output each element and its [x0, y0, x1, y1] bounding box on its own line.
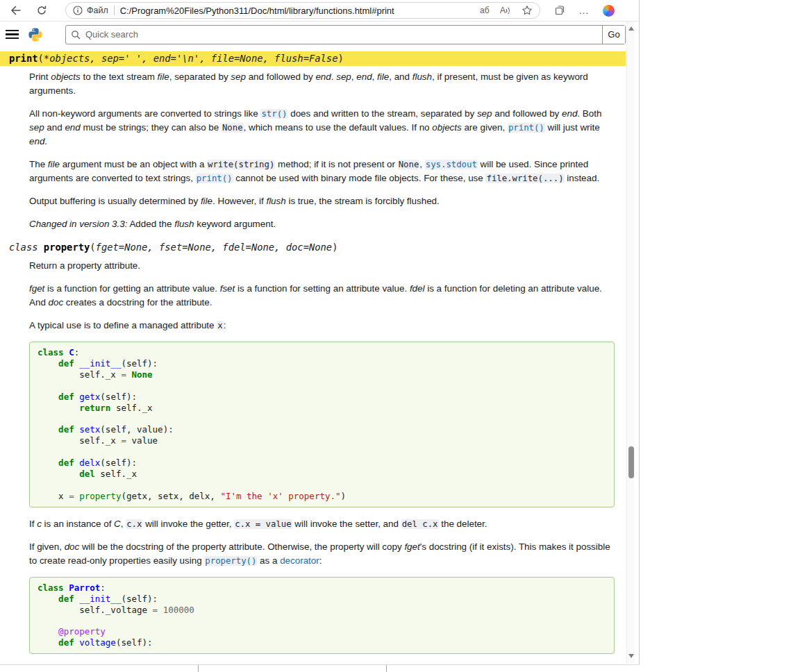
paragraph: If given, doc will be the docstring of t…: [29, 540, 615, 568]
search-input[interactable]: [84, 26, 602, 44]
paragraph: The file argument must be an object with…: [29, 158, 615, 185]
vertical-scrollbar[interactable]: [626, 22, 635, 664]
translate-icon: аб: [480, 6, 490, 15]
paragraph: If c is an instance of C, c.x will invok…: [29, 517, 615, 531]
address-divider: [114, 6, 115, 15]
paragraph: Output buffering is usually determined b…: [29, 194, 615, 208]
url-text[interactable]: C:/Program%20Files/Python311/Doc/html/li…: [120, 6, 474, 16]
link[interactable]: print(): [508, 123, 545, 133]
print-description: Print objects to the text stream file, s…: [29, 70, 615, 231]
paragraph: fget is a function for getting an attrib…: [29, 282, 615, 310]
collections-icon: [554, 5, 565, 16]
docs-topbar: Go: [0, 22, 626, 47]
scrollbar-up-button[interactable]: [627, 24, 635, 33]
menu-button[interactable]: [6, 30, 21, 40]
back-icon: [10, 5, 22, 16]
read-aloud-icon: A: [500, 6, 506, 15]
read-aloud-button[interactable]: A: [500, 6, 511, 15]
docs-page: Go print(*objects, sep=' ', end='\n', fi…: [0, 22, 626, 664]
file-chip-label: Файл: [87, 6, 108, 15]
search-bar: Go: [65, 25, 626, 44]
python-logo-icon[interactable]: [28, 27, 43, 42]
code-example-class-parrot: class Parrot: def __init__(self): self._…: [29, 577, 615, 654]
star-icon: [522, 5, 533, 16]
bottom-tick: [386, 665, 387, 672]
scrollbar-down-button[interactable]: [627, 651, 635, 661]
info-icon[interactable]: [73, 6, 83, 15]
triangle-down-icon: [628, 654, 634, 658]
property-signature: class property(fget=None, fset=None, fde…: [0, 240, 626, 255]
refresh-button[interactable]: [32, 1, 51, 20]
browser-copilot-logo-icon[interactable]: [603, 5, 615, 17]
print-signature: print(*objects, sep=' ', end='\n', file=…: [0, 51, 626, 66]
window-bottom-divider: [0, 664, 640, 672]
translate-button[interactable]: аб: [480, 6, 490, 15]
link[interactable]: property(): [204, 556, 257, 566]
paragraph: Print objects to the text stream file, s…: [29, 70, 615, 98]
browser-chrome: Файл C:/Program%20Files/Python311/Doc/ht…: [0, 0, 640, 22]
collections-button[interactable]: [554, 5, 565, 16]
link[interactable]: print(): [196, 174, 233, 183]
link[interactable]: str(): [260, 109, 288, 119]
go-button[interactable]: Go: [602, 26, 625, 44]
link[interactable]: decorator: [280, 555, 319, 566]
triangle-up-icon: [628, 26, 634, 31]
address-bar[interactable]: Файл C:/Program%20Files/Python311/Doc/ht…: [65, 2, 540, 19]
favorites-star-button[interactable]: [522, 5, 533, 16]
scrollbar-thumb[interactable]: [628, 446, 634, 478]
paragraph: All non-keyword arguments are converted …: [29, 107, 615, 149]
window-right-edge: [639, 0, 640, 665]
hamburger-icon: [6, 30, 19, 32]
functions-definition-list: print(*objects, sep=' ', end='\n', file=…: [0, 51, 626, 654]
code-example-class-c: class C: def __init__(self): self._x = N…: [29, 342, 615, 507]
browser-window: Файл C:/Program%20Files/Python311/Doc/ht…: [0, 0, 640, 672]
version-changed-note: Changed in version 3.3: Added the flush …: [29, 217, 615, 231]
ellipsis-icon: …: [578, 7, 590, 14]
paragraph: A typical use is to define a managed att…: [29, 319, 615, 333]
more-options-button[interactable]: …: [578, 7, 590, 14]
back-button[interactable]: [6, 1, 25, 20]
search-icon: [71, 30, 81, 40]
paragraph: Return a property attribute.: [29, 259, 615, 273]
link[interactable]: sys.stdout: [425, 160, 478, 169]
bottom-tick: [198, 665, 199, 672]
property-description: Return a property attribute. fget is a f…: [29, 259, 615, 654]
read-aloud-waves-icon: [506, 6, 511, 15]
refresh-icon: [36, 5, 47, 16]
